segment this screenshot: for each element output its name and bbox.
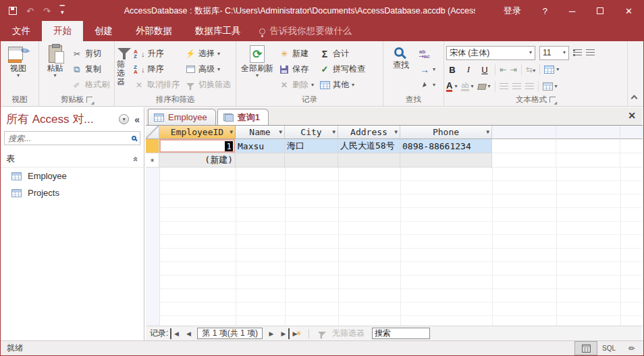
next-record-icon[interactable]: ▶ <box>266 328 277 339</box>
minimize-button[interactable]: ─ <box>558 1 586 21</box>
search-icon[interactable] <box>132 136 136 141</box>
select-all-corner[interactable] <box>146 126 159 139</box>
font-name-dropdown-icon[interactable]: ▾ <box>525 50 532 55</box>
replace-button[interactable]: ab⇢ac <box>417 46 438 61</box>
save-icon[interactable] <box>9 7 17 15</box>
advanced-filter-button[interactable]: 高级▾ <box>182 61 234 77</box>
view-button[interactable]: ✏ 视图▾ <box>3 43 34 78</box>
collapse-ribbon-icon[interactable] <box>631 95 638 102</box>
nav-group-tables[interactable]: 表 « <box>1 149 144 168</box>
record-search-input[interactable] <box>372 328 430 339</box>
copy-button[interactable]: 复制 <box>69 61 112 77</box>
selection-button[interactable]: 选择▾ <box>182 46 234 61</box>
find-button[interactable]: 查找 <box>385 43 417 70</box>
sort-ascending-button[interactable]: AZ↓升序 <box>131 46 182 61</box>
column-dropdown-icon[interactable]: ▼ <box>332 129 336 135</box>
bullets-icon[interactable] <box>573 49 582 56</box>
underline-button[interactable]: U <box>479 65 491 75</box>
paste-button[interactable]: 粘贴▾ <box>41 43 69 78</box>
font-name-combobox[interactable]: 宋体 (主体)▾ <box>446 46 535 60</box>
align-left-icon[interactable] <box>500 83 508 90</box>
new-record-cell[interactable] <box>400 153 492 168</box>
numbering-icon[interactable] <box>586 49 595 56</box>
delete-record-button[interactable]: 删除▾ <box>276 77 317 93</box>
fill-color-button[interactable]: ▾ <box>478 84 491 90</box>
italic-button[interactable]: I <box>462 64 475 75</box>
column-header-name[interactable]: Name▼ <box>236 126 285 139</box>
first-record-icon[interactable]: ◀ <box>170 328 181 339</box>
no-filter-button[interactable]: 无筛选器 <box>315 328 365 339</box>
new-record-cell[interactable] <box>236 153 285 168</box>
gridlines-button[interactable]: ▾ <box>544 66 559 74</box>
align-right-icon[interactable] <box>525 83 534 90</box>
more-button[interactable]: 其他▾ <box>317 77 368 93</box>
tab-create[interactable]: 创建 <box>83 21 124 41</box>
new-record-button[interactable]: 新建 <box>276 46 317 61</box>
nav-pane-title[interactable]: 所有 Access 对... <box>6 111 119 127</box>
nav-search-box[interactable] <box>4 131 140 145</box>
column-header-phone[interactable]: Phone▼ <box>400 126 492 139</box>
clipboard-dialog-launcher-icon[interactable] <box>86 97 92 103</box>
increase-indent-icon[interactable]: ⇥ <box>510 65 517 74</box>
last-record-icon[interactable]: ▶ <box>279 328 290 339</box>
bold-button[interactable]: B <box>446 65 458 75</box>
column-dropdown-icon[interactable]: ▼ <box>486 129 489 135</box>
undo-icon[interactable]: ↶ <box>26 7 34 16</box>
shutter-collapse-icon[interactable]: « <box>134 114 140 125</box>
cell-phone[interactable]: 0898-88661234 <box>400 139 492 153</box>
totals-button[interactable]: 合计 <box>317 46 368 61</box>
text-format-dialog-launcher-icon[interactable] <box>549 97 556 103</box>
nav-item-projects[interactable]: Projects <box>1 184 144 201</box>
sql-view-button[interactable]: SQL <box>597 341 620 355</box>
doc-tab-employee[interactable]: Employee <box>148 109 216 125</box>
new-record-selector[interactable]: ∗ <box>146 153 159 168</box>
font-color-button[interactable]: A▾ <box>446 81 457 92</box>
format-painter-button[interactable]: 格式刷 <box>69 77 112 93</box>
close-document-icon[interactable]: ✕ <box>628 110 636 121</box>
new-record-cell[interactable] <box>338 153 400 168</box>
save-record-button[interactable]: 保存 <box>276 61 317 77</box>
collapse-group-icon[interactable]: « <box>131 156 141 161</box>
help-button[interactable]: ? <box>532 1 558 21</box>
filter-button[interactable]: 筛选器 <box>117 43 131 86</box>
new-blank-record-icon[interactable]: ▶✳ <box>292 328 302 339</box>
row-selector-current[interactable] <box>146 139 159 153</box>
all-objects-dropdown-icon[interactable]: ▾ <box>119 114 129 124</box>
column-header-city[interactable]: City▼ <box>285 126 338 139</box>
nav-search-input[interactable] <box>8 134 132 143</box>
design-view-button[interactable]: ✏ <box>620 341 643 355</box>
text-direction-icon[interactable]: ⇆▾ <box>526 65 535 74</box>
cell-name[interactable]: Maxsu <box>236 139 285 153</box>
font-size-dropdown-icon[interactable]: ▾ <box>559 50 566 55</box>
align-center-icon[interactable] <box>512 83 521 90</box>
cell-employeeid[interactable]: 1 <box>159 139 236 153</box>
column-dropdown-icon[interactable]: ▼ <box>394 129 398 135</box>
tab-home[interactable]: 开始 <box>42 21 83 41</box>
datasheet-view-button[interactable] <box>574 341 597 355</box>
tell-me-box[interactable]: 告诉我你想要做什么 <box>252 21 359 41</box>
font-size-combobox[interactable]: 11▾ <box>539 46 569 60</box>
sign-in-button[interactable]: 登录 <box>493 1 532 21</box>
select-button[interactable]: ▾ <box>417 77 438 93</box>
goto-button[interactable]: ▾ <box>417 61 438 77</box>
refresh-all-button[interactable]: ⟳ 全部刷新▾ <box>238 43 276 78</box>
sort-descending-button[interactable]: ZA↓降序 <box>131 61 182 77</box>
previous-record-icon[interactable]: ◀ <box>183 328 194 339</box>
customize-qat-icon[interactable]: ▔▾ <box>60 7 65 14</box>
new-record-cell[interactable]: (新建) <box>159 153 236 168</box>
tab-file[interactable]: 文件 <box>1 21 42 41</box>
remove-sort-button[interactable]: 取消排序 <box>131 77 182 93</box>
column-dropdown-icon[interactable]: ▼ <box>279 129 282 135</box>
redo-icon[interactable]: ↷ <box>43 7 51 16</box>
tab-database-tools[interactable]: 数据库工具 <box>184 21 252 41</box>
close-button[interactable]: ✕ <box>614 1 643 21</box>
nav-item-employee[interactable]: Employee <box>1 168 144 184</box>
doc-tab-query1[interactable]: 查询1 <box>217 109 269 125</box>
new-record-cell[interactable] <box>285 153 338 168</box>
decrease-indent-icon[interactable]: ⇤ <box>500 65 506 74</box>
record-position-box[interactable]: 第 1 项(共 1 项) <box>197 328 263 339</box>
toggle-filter-button[interactable]: 切换筛选 <box>182 77 234 93</box>
cut-button[interactable]: 剪切 <box>69 46 112 61</box>
cell-city[interactable]: 海口 <box>285 139 338 153</box>
column-header-employeeid[interactable]: EmployeeID▼ <box>159 126 236 139</box>
